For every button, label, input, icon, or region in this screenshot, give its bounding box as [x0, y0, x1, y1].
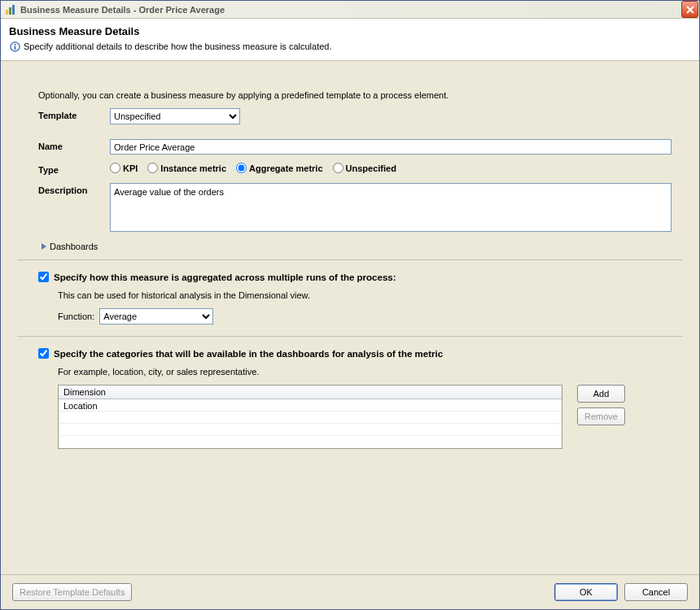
categories-note: For example, location, city, or sales re… [58, 367, 672, 377]
cancel-button[interactable]: Cancel [624, 583, 688, 601]
remove-button[interactable]: Remove [577, 407, 625, 425]
close-button[interactable] [681, 1, 698, 18]
function-row: Function: Average [58, 308, 672, 325]
add-button[interactable]: Add [577, 385, 625, 403]
categories-checkbox[interactable] [38, 348, 49, 359]
type-radio-instance[interactable] [147, 163, 158, 173]
page-title: Business Measure Details [9, 25, 691, 37]
type-radio-kpi[interactable] [110, 163, 120, 173]
function-label: Function: [58, 312, 94, 321]
divider [17, 336, 683, 337]
dimension-column-header: Dimension [59, 386, 562, 399]
type-radio-instance-label[interactable]: Instance metric [147, 163, 226, 173]
template-label: Template [38, 108, 110, 120]
info-icon [9, 41, 20, 52]
aggregate-title: Specify how this measure is aggregated a… [54, 272, 396, 282]
dashboards-expander[interactable]: Dashboards [38, 242, 672, 251]
app-icon [4, 3, 17, 16]
aggregate-section-header: Specify how this measure is aggregated a… [38, 272, 672, 282]
type-radio-aggregate[interactable] [236, 163, 247, 173]
svg-rect-5 [14, 46, 15, 50]
type-radio-group: KPI Instance metric Aggregate metric Uns… [110, 163, 672, 173]
name-input[interactable] [110, 139, 672, 155]
function-select[interactable]: Average [99, 308, 213, 325]
description-label: Description [38, 183, 110, 195]
dialog-window: Business Measure Details - Order Price A… [0, 0, 700, 610]
template-select[interactable]: Unspecified [110, 108, 240, 124]
aggregate-note: This can be used for historical analysis… [58, 290, 672, 300]
header: Business Measure Details Specify additio… [1, 19, 699, 61]
categories-section-header: Specify the categories that will be avai… [38, 348, 672, 359]
dimension-table[interactable]: Dimension Location [58, 385, 562, 449]
categories-section: Specify the categories that will be avai… [38, 348, 672, 449]
form-panel: Optionally, you can create a business me… [14, 74, 686, 470]
table-row[interactable] [59, 424, 562, 436]
page-description-row: Specify additional details to describe h… [9, 41, 691, 52]
table-row[interactable]: Location [59, 399, 562, 412]
chevron-right-icon [42, 243, 46, 250]
table-row[interactable] [59, 436, 562, 448]
main-content: Optionally, you can create a business me… [1, 61, 699, 574]
table-row[interactable] [59, 412, 562, 424]
type-label: Type [38, 163, 110, 175]
aggregate-section: Specify how this measure is aggregated a… [38, 272, 672, 325]
template-note: Optionally, you can create a business me… [38, 90, 672, 100]
ok-button[interactable]: OK [554, 583, 618, 601]
svg-rect-0 [6, 10, 8, 15]
name-row: Name [38, 139, 672, 155]
restore-defaults-button[interactable]: Restore Template Defaults [12, 583, 132, 601]
dashboards-label: Dashboards [50, 242, 98, 251]
type-radio-kpi-label[interactable]: KPI [110, 163, 138, 173]
description-row: Description Average value of the orders [38, 183, 672, 233]
svg-point-4 [14, 43, 15, 45]
footer: Restore Template Defaults OK Cancel [1, 574, 699, 609]
page-description: Specify additional details to describe h… [24, 41, 332, 51]
dimension-buttons: Add Remove [577, 385, 625, 425]
aggregate-checkbox[interactable] [38, 272, 49, 282]
window-title: Business Measure Details - Order Price A… [20, 5, 681, 15]
svg-rect-1 [9, 7, 11, 15]
type-radio-unspecified-label[interactable]: Unspecified [333, 163, 396, 173]
type-radio-aggregate-label[interactable]: Aggregate metric [236, 163, 322, 173]
template-row: Template Unspecified [38, 108, 672, 124]
type-radio-unspecified[interactable] [333, 163, 343, 173]
description-textarea[interactable]: Average value of the orders [110, 183, 672, 232]
svg-rect-2 [12, 5, 15, 15]
titlebar: Business Measure Details - Order Price A… [1, 1, 699, 19]
type-row: Type KPI Instance metric Aggregate metri… [38, 163, 672, 175]
name-label: Name [38, 139, 110, 151]
categories-title: Specify the categories that will be avai… [54, 349, 443, 359]
divider [17, 259, 683, 260]
